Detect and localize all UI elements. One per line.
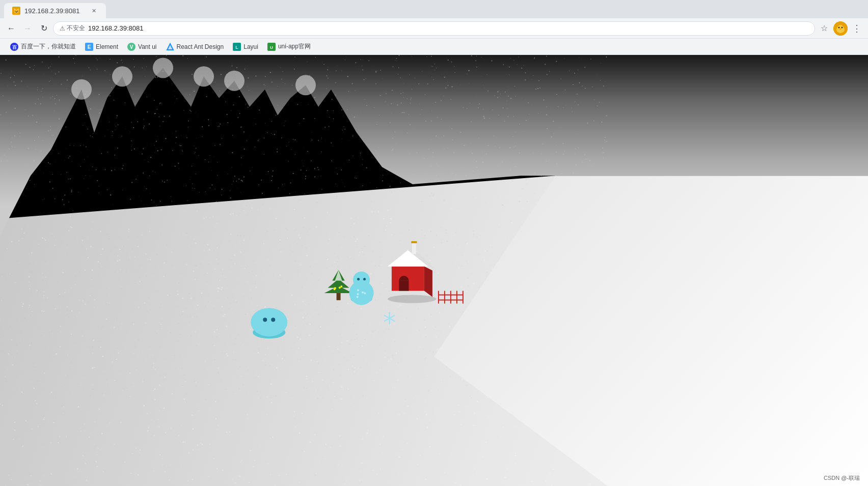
bookmark-label-uni-app: uni-app官网 <box>278 42 311 51</box>
svg-marker-17 <box>167 44 173 50</box>
refresh-button[interactable]: ↻ <box>37 21 51 36</box>
security-indicator: ⚠ 不安全 <box>60 24 85 33</box>
address-text: 192.168.2.39:8081 <box>88 24 808 32</box>
star-icon: ☆ <box>821 23 828 33</box>
tab-title: 192.168.2.39:8081 <box>24 7 86 15</box>
svg-point-7 <box>838 26 840 28</box>
watermark: CSDN @-联瑞 <box>824 474 860 482</box>
warning-icon: ⚠ <box>60 25 65 32</box>
bookmark-uni-app[interactable]: U uni-app官网 <box>263 41 315 53</box>
bookmark-label-element: Element <box>96 43 118 50</box>
bookmark-label-react-ant: React Ant Design <box>177 43 224 50</box>
bookmark-layui[interactable]: L Layui <box>229 41 262 53</box>
svg-point-9 <box>839 28 842 30</box>
active-tab[interactable]: 🐱 192.168.2.39:8081 ✕ <box>4 3 106 18</box>
bookmark-label-baidu: 百度一下，你就知道 <box>21 42 76 51</box>
bookmark-vant[interactable]: V Vant ui <box>123 41 160 53</box>
svg-point-4 <box>837 25 844 31</box>
bookmark-react-ant[interactable]: React Ant Design <box>162 41 228 53</box>
svg-text:E: E <box>88 44 91 50</box>
svg-text:🐱: 🐱 <box>13 8 20 14</box>
forward-button[interactable]: → <box>20 21 35 36</box>
menu-icon: ⋮ <box>852 23 861 34</box>
nav-right-buttons: ☆ ⋮ <box>817 21 864 36</box>
chrome-menu-button[interactable]: ⋮ <box>850 21 864 36</box>
webpage-content: CSDN @-联瑞 <box>0 55 868 486</box>
bookmarks-bar: 百 百度一下，你就知道 E Element V Vant ui <box>0 39 868 55</box>
bookmark-favicon-element: E <box>85 43 93 51</box>
bookmark-label-vant: Vant ui <box>138 43 156 50</box>
bookmark-label-layui: Layui <box>243 43 258 50</box>
bookmark-favicon-layui: L <box>233 43 241 51</box>
bookmark-element[interactable]: E Element <box>81 41 122 53</box>
address-bar[interactable]: ⚠ 不安全 192.168.2.39:8081 <box>53 21 815 36</box>
bookmark-favicon-baidu: 百 <box>10 43 18 51</box>
profile-button[interactable] <box>833 21 848 36</box>
svg-text:L: L <box>235 45 238 50</box>
browser-frame: 🐱 192.168.2.39:8081 ✕ ← → ↻ ⚠ 不安全 192.16… <box>0 0 868 486</box>
bookmark-favicon-uni-app: U <box>267 43 276 51</box>
svg-text:V: V <box>130 44 133 50</box>
bookmark-baidu[interactable]: 百 百度一下，你就知道 <box>6 41 80 53</box>
svg-point-8 <box>842 26 843 28</box>
tab-close-button[interactable]: ✕ <box>90 7 98 15</box>
nav-bar: ← → ↻ ⚠ 不安全 192.168.2.39:8081 ☆ <box>0 18 868 39</box>
bookmark-favicon-react-ant <box>166 43 174 51</box>
tab-favicon: 🐱 <box>12 7 20 15</box>
bookmark-favicon-vant: V <box>127 43 135 51</box>
back-button[interactable]: ← <box>4 21 18 36</box>
avatar <box>833 21 848 36</box>
bookmark-button[interactable]: ☆ <box>817 21 831 36</box>
scene-canvas <box>0 55 868 486</box>
svg-text:U: U <box>270 45 273 50</box>
tab-bar: 🐱 192.168.2.39:8081 ✕ <box>0 0 868 18</box>
svg-text:百: 百 <box>12 45 17 50</box>
security-label: 不安全 <box>67 24 85 33</box>
